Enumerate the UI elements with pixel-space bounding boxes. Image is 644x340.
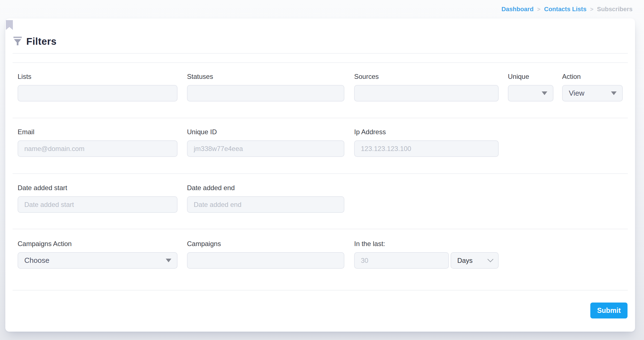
breadcrumb-link-contacts-lists[interactable]: Contacts Lists (544, 6, 587, 13)
submit-button[interactable]: Submit (590, 303, 628, 318)
breadcrumb-separator: > (590, 6, 593, 13)
panel-header: Filters (13, 35, 57, 48)
field-unique: Unique (508, 72, 553, 101)
campaigns-input[interactable] (188, 253, 344, 268)
action-select[interactable]: View (562, 85, 623, 101)
divider (13, 290, 628, 291)
statuses-input-box (187, 85, 344, 101)
field-ip-address: Ip Address (354, 127, 499, 157)
caret-down-icon (542, 91, 547, 95)
field-lists: Lists (18, 72, 177, 101)
campaigns-action-select[interactable]: Choose (18, 252, 177, 269)
breadcrumb-separator: > (537, 6, 541, 13)
action-label: Action (562, 72, 623, 81)
email-label: Email (18, 127, 177, 137)
divider (13, 229, 628, 229)
field-in-the-last: In the last: Days (354, 239, 499, 269)
caret-down-icon (611, 91, 617, 95)
campaigns-label: Campaigns (187, 239, 344, 249)
field-date-added-end: Date added end (187, 183, 344, 213)
statuses-label: Statuses (187, 72, 344, 81)
field-statuses: Statuses (187, 72, 344, 101)
field-action: Action View (562, 72, 623, 101)
lists-label: Lists (18, 72, 177, 81)
email-input[interactable] (18, 141, 177, 156)
filters-panel: Filters Lists Statuses Sources Unique (5, 18, 635, 332)
page: Dashboard > Contacts Lists > Subscribers… (0, 0, 644, 340)
date-added-end-input[interactable] (188, 197, 344, 212)
date-added-start-input[interactable] (18, 197, 177, 212)
campaigns-action-label: Campaigns Action (18, 239, 177, 249)
lists-input-box (18, 85, 177, 101)
caret-down-icon (166, 259, 171, 262)
ip-address-label: Ip Address (354, 127, 499, 137)
action-select-value: View (569, 89, 584, 98)
in-the-last-input-box (354, 252, 449, 269)
field-campaigns: Campaigns (187, 239, 344, 269)
lists-input[interactable] (18, 86, 177, 101)
unique-id-input[interactable] (188, 141, 344, 156)
in-the-last-unit-select[interactable]: Days (451, 252, 499, 269)
breadcrumb-link-dashboard[interactable]: Dashboard (501, 6, 534, 13)
campaigns-input-box (187, 252, 344, 269)
date-added-start-input-box (18, 196, 177, 213)
unique-id-input-box (187, 140, 344, 157)
campaigns-action-select-value: Choose (24, 256, 49, 265)
ip-address-input-box (354, 140, 499, 157)
in-the-last-unit-value: Days (457, 257, 473, 265)
breadcrumb-current-subscribers: Subscribers (597, 6, 633, 13)
divider (13, 173, 628, 174)
divider (13, 62, 628, 63)
sources-input[interactable] (355, 86, 498, 101)
breadcrumb: Dashboard > Contacts Lists > Subscribers (501, 6, 633, 13)
divider (13, 53, 628, 54)
date-added-end-input-box (187, 196, 344, 213)
field-unique-id: Unique ID (187, 127, 344, 157)
sources-input-box (354, 85, 499, 101)
chevron-down-icon (487, 256, 493, 262)
field-campaigns-action: Campaigns Action Choose (18, 239, 177, 269)
ip-address-input[interactable] (355, 141, 498, 156)
bookmark-icon (6, 20, 13, 30)
field-sources: Sources (354, 72, 499, 101)
statuses-input[interactable] (188, 86, 344, 101)
divider (13, 118, 628, 118)
date-added-start-label: Date added start (18, 183, 177, 193)
unique-label: Unique (508, 72, 553, 81)
date-added-end-label: Date added end (187, 183, 344, 193)
unique-select[interactable] (508, 85, 553, 101)
field-email: Email (18, 127, 177, 157)
filter-funnel-icon (13, 37, 22, 46)
in-the-last-label: In the last: (354, 239, 499, 249)
email-input-box (18, 140, 177, 157)
panel-title: Filters (26, 36, 57, 47)
sources-label: Sources (354, 72, 499, 81)
in-the-last-input[interactable] (355, 253, 448, 268)
unique-id-label: Unique ID (187, 127, 344, 137)
field-date-added-start: Date added start (18, 183, 177, 213)
